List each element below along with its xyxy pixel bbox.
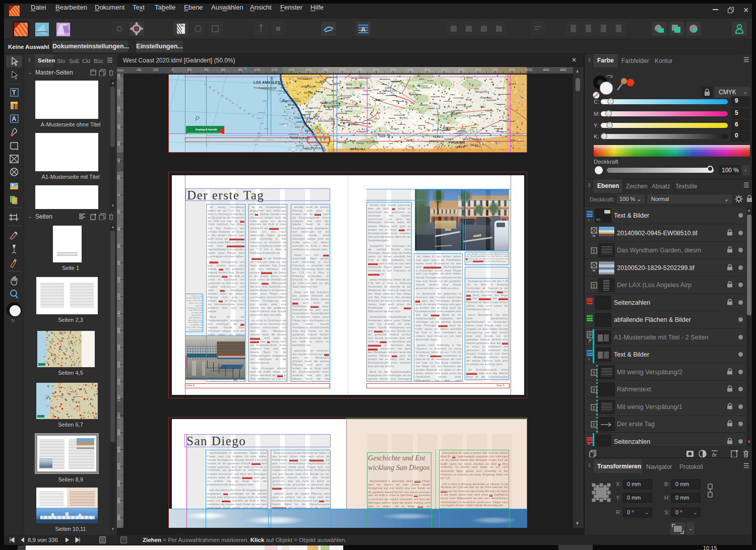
svg-text:T: T	[593, 405, 596, 410]
svg-text:A: A	[361, 26, 366, 33]
svg-text:T: T	[593, 370, 596, 375]
svg-text:fx: fx	[712, 452, 717, 457]
svg-text:T: T	[593, 284, 596, 289]
svg-text:T: T	[593, 249, 596, 254]
svg-text:T: T	[593, 423, 596, 428]
svg-text:T: T	[12, 89, 16, 96]
svg-text:T: T	[593, 388, 596, 393]
svg-text:A: A	[12, 115, 17, 122]
